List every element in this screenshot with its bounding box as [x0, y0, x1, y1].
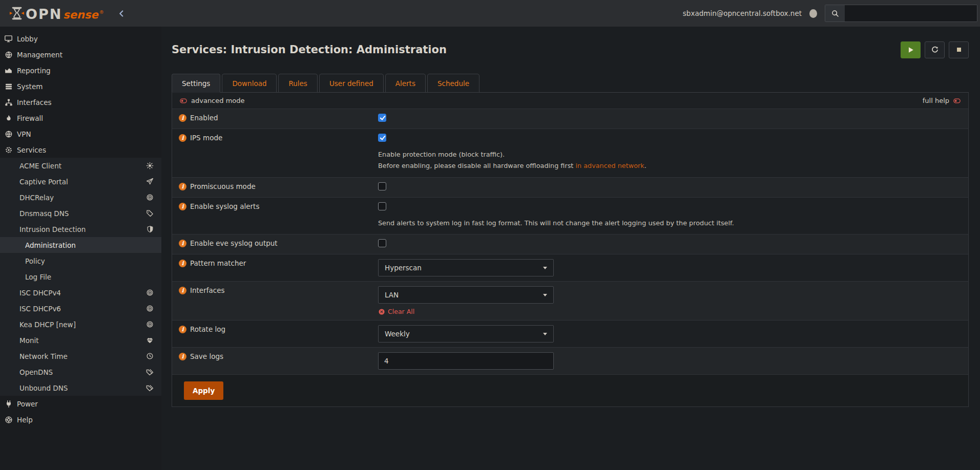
- setting-label: Interfaces: [190, 286, 224, 294]
- sidebar-item-firewall[interactable]: Firewall: [0, 110, 161, 126]
- advanced-network-link[interactable]: in advanced network: [575, 162, 644, 169]
- tab-alerts[interactable]: Alerts: [385, 74, 426, 93]
- setting-row-pattern-matcher: Pattern matcher Hyperscan: [172, 254, 968, 281]
- sidebar-item-interfaces[interactable]: Interfaces: [0, 94, 161, 110]
- sidebar-item-services[interactable]: Services: [0, 142, 161, 158]
- sidebar-item-dhcrelay[interactable]: DHCRelay: [0, 189, 161, 205]
- user-status-dot: [809, 9, 817, 18]
- sidebar-item-reporting[interactable]: Reporting: [0, 62, 161, 78]
- tab-schedule[interactable]: Schedule: [427, 74, 479, 93]
- sidebar-item-kea-dhcp[interactable]: Kea DHCP [new]: [0, 316, 161, 332]
- help-text: Before enabling, please disable all hard…: [378, 161, 788, 171]
- brand-sense: sense: [63, 9, 98, 21]
- sidebar-item-power[interactable]: Power: [0, 396, 161, 412]
- search-input[interactable]: [845, 5, 977, 22]
- tab-download[interactable]: Download: [222, 74, 277, 93]
- sidebar-item-vpn[interactable]: VPN: [0, 126, 161, 142]
- help-text: Enable protection mode (block traffic).: [378, 149, 788, 160]
- desktop-icon: [4, 34, 13, 43]
- sidebar-item-lobby[interactable]: Lobby: [0, 31, 161, 47]
- sidebar-item-label: Interfaces: [17, 98, 51, 106]
- sidebar-item-log-file[interactable]: Log File: [0, 269, 161, 285]
- sidebar-item-label: VPN: [17, 130, 31, 138]
- info-circle-icon[interactable]: [179, 203, 186, 210]
- restart-service-button[interactable]: [925, 41, 945, 58]
- sidebar-item-captive-portal[interactable]: Captive Portal: [0, 174, 161, 189]
- promiscuous-mode-checkbox[interactable]: [378, 182, 386, 190]
- sidebar-item-label: Captive Portal: [19, 178, 68, 186]
- sidebar-item-label: Log File: [25, 273, 51, 281]
- info-circle-icon[interactable]: [179, 287, 186, 294]
- bullseye-icon: [146, 321, 154, 328]
- info-circle-icon[interactable]: [179, 114, 186, 122]
- info-circle-icon[interactable]: [179, 260, 186, 267]
- advanced-mode-toggle[interactable]: advanced mode: [179, 97, 245, 104]
- plug-icon: [4, 400, 13, 408]
- stop-service-button[interactable]: [949, 41, 969, 58]
- sidebar-item-opendns[interactable]: OpenDNS: [0, 364, 161, 380]
- sidebar-item-acme-client[interactable]: ACME Client: [0, 158, 161, 174]
- setting-label: Rotate log: [190, 325, 225, 333]
- sidebar-item-label: OpenDNS: [19, 368, 53, 376]
- setting-label: Enabled: [190, 114, 218, 122]
- tab-user-defined[interactable]: User defined: [319, 74, 384, 93]
- user-email: sbxadmin@opncentral.softbox.net: [683, 9, 802, 17]
- sidebar-collapse-button[interactable]: [117, 9, 126, 18]
- sidebar-item-policy[interactable]: Policy: [0, 253, 161, 269]
- sidebar-item-help[interactable]: Help: [0, 412, 161, 428]
- shield-icon: [147, 225, 154, 233]
- syslog-alerts-checkbox[interactable]: [378, 202, 386, 210]
- ips-mode-checkbox[interactable]: [378, 134, 386, 142]
- full-help-toggle[interactable]: full help: [923, 97, 962, 104]
- circle-xmark-icon: [378, 308, 385, 315]
- setting-label: Enable syslog alerts: [190, 202, 259, 210]
- sidebar-item-management[interactable]: Management: [0, 47, 161, 62]
- help-text: Send alerts to system log in fast log fo…: [378, 218, 783, 228]
- sidebar: Lobby Management Reporting System Interf…: [0, 27, 161, 470]
- sidebar-item-isc-dhcpv4[interactable]: ISC DHCPv4: [0, 285, 161, 301]
- interfaces-select[interactable]: LAN: [378, 286, 554, 304]
- info-circle-icon[interactable]: [179, 326, 186, 333]
- brand-trademark: ®: [99, 10, 104, 15]
- chevron-left-icon: [117, 9, 126, 18]
- enabled-checkbox[interactable]: [378, 114, 386, 122]
- brand-opn: OPN: [26, 7, 62, 21]
- pattern-matcher-select[interactable]: Hyperscan: [378, 259, 554, 276]
- info-circle-icon[interactable]: [179, 183, 186, 190]
- heartbeat-icon: [146, 336, 154, 344]
- settings-panel: advanced mode full help Enabled IPS mode…: [172, 93, 969, 407]
- sidebar-item-network-time[interactable]: Network Time: [0, 348, 161, 364]
- caret-down-icon: [543, 267, 547, 269]
- start-service-button[interactable]: [901, 41, 921, 58]
- setting-label: Promiscuous mode: [190, 182, 256, 190]
- sidebar-item-dnsmasq-dns[interactable]: Dnsmasq DNS: [0, 205, 161, 221]
- sidebar-item-isc-dhcpv6[interactable]: ISC DHCPv6: [0, 301, 161, 316]
- sidebar-item-label: Kea DHCP [new]: [19, 321, 76, 329]
- info-circle-icon[interactable]: [179, 240, 186, 247]
- save-logs-input[interactable]: [378, 352, 554, 370]
- opnsense-logo[interactable]: OPN sense ®: [9, 6, 104, 21]
- tab-settings[interactable]: Settings: [172, 74, 220, 93]
- eve-syslog-checkbox[interactable]: [378, 239, 386, 247]
- paper-plane-icon: [146, 178, 154, 185]
- play-icon: [906, 46, 915, 54]
- tags-icon: [146, 384, 154, 392]
- bullseye-icon: [146, 289, 154, 296]
- clear-all-button[interactable]: Clear All: [378, 308, 968, 315]
- sidebar-item-label: DHCRelay: [19, 194, 54, 202]
- sidebar-item-unbound-dns[interactable]: Unbound DNS: [0, 380, 161, 396]
- setting-label: Save logs: [190, 352, 223, 360]
- sidebar-item-label: Reporting: [17, 67, 51, 75]
- sidebar-item-monit[interactable]: Monit: [0, 332, 161, 348]
- sidebar-item-intrusion-detection[interactable]: Intrusion Detection: [0, 221, 161, 237]
- sidebar-item-administration[interactable]: Administration: [0, 237, 161, 253]
- info-circle-icon[interactable]: [179, 353, 186, 360]
- info-circle-icon[interactable]: [179, 134, 186, 142]
- apply-button[interactable]: Apply: [184, 381, 223, 400]
- stop-icon: [955, 46, 963, 54]
- sidebar-item-system[interactable]: System: [0, 78, 161, 94]
- sidebar-item-label: Dnsmasq DNS: [19, 209, 69, 218]
- globe-icon: [4, 51, 13, 59]
- rotate-log-select[interactable]: Weekly: [378, 325, 554, 343]
- tab-rules[interactable]: Rules: [278, 74, 317, 93]
